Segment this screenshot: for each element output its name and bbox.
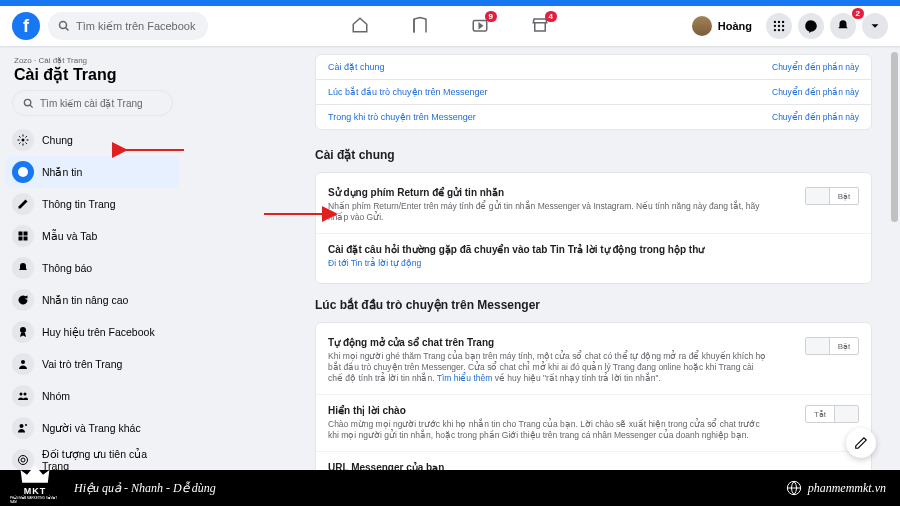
market-badge: 4 — [545, 11, 557, 22]
chat-icon — [12, 161, 34, 183]
nav-watch[interactable]: 9 — [471, 16, 489, 36]
toc-row[interactable]: Lúc bắt đầu trò chuyện trên MessengerChu… — [316, 80, 871, 105]
nav-pages[interactable] — [411, 16, 429, 36]
username[interactable]: Hoàng — [718, 20, 752, 32]
menu-button[interactable] — [766, 13, 792, 39]
nav-market[interactable]: 4 — [531, 16, 549, 36]
toggle-knob — [806, 338, 830, 354]
sidebar-item-groups[interactable]: Nhóm — [6, 380, 179, 412]
toggle-auto-open[interactable]: Bật — [805, 337, 859, 355]
toggle-greeting[interactable]: Tắt — [805, 405, 859, 423]
crown-icon — [18, 462, 52, 486]
sidebar-item-label: Nhắn tin — [42, 166, 82, 178]
svg-point-20 — [20, 393, 23, 396]
setting-faq-moved: Cài đặt câu hỏi thường gặp đã chuyển vào… — [316, 234, 871, 279]
toc-jump[interactable]: Chuyển đến phần này — [772, 62, 859, 72]
sidebar-item-page-info[interactable]: Thông tin Trang — [6, 188, 179, 220]
search-placeholder: Tìm kiếm trên Facebook — [76, 20, 195, 33]
breadcrumb[interactable]: Zozo · Cài đặt Trang — [6, 54, 179, 65]
toc-link[interactable]: Cài đặt chung — [328, 62, 385, 72]
global-search-input[interactable]: Tìm kiếm trên Facebook — [48, 12, 208, 40]
footer-tagline: Hiệu quả - Nhanh - Dễ dùng — [74, 481, 216, 496]
account-dropdown[interactable] — [862, 13, 888, 39]
mkt-logo: MKT PHẦN MỀM MARKETING SỐ VIỆT NAM — [10, 462, 60, 504]
svg-point-10 — [782, 29, 784, 31]
sidebar-item-people-pages[interactable]: Người và Trang khác — [6, 412, 179, 444]
svg-point-19 — [21, 360, 25, 364]
toggle-knob — [806, 188, 830, 204]
toc-jump[interactable]: Chuyển đến phần này — [772, 87, 859, 97]
svg-point-5 — [774, 25, 776, 27]
search-icon — [23, 98, 34, 109]
sidebar-item-label: Nhắn tin nâng cao — [42, 294, 128, 306]
sidebar-search-input[interactable]: Tìm kiếm cài đặt Trang — [12, 90, 173, 116]
scrollbar-thumb[interactable] — [891, 52, 898, 222]
svg-point-3 — [778, 21, 780, 23]
footer-banner: MKT PHẦN MỀM MARKETING SỐ VIỆT NAM Hiệu … — [0, 470, 900, 506]
facebook-logo[interactable]: f — [12, 12, 40, 40]
sidebar-item-label: Vai trò trên Trang — [42, 358, 122, 370]
toc-row[interactable]: Cài đặt chungChuyển đến phần này — [316, 55, 871, 80]
svg-rect-17 — [24, 237, 28, 241]
section-title-start-convo: Lúc bắt đầu trò chuyện trên Messenger — [315, 298, 872, 312]
toggle-label: Bật — [830, 192, 858, 201]
right-nav: Hoàng 2 — [692, 13, 888, 39]
people2-icon — [12, 417, 34, 439]
nav-home[interactable] — [351, 16, 369, 36]
footer-url: phanmemmkt.vn — [808, 481, 886, 496]
sidebar-item-label: Thông tin Trang — [42, 198, 116, 210]
sidebar-item-notifications[interactable]: Thông báo — [6, 252, 179, 284]
svg-point-9 — [778, 29, 780, 31]
setting-return-send: Sử dụng phím Return để gửi tin nhắn Nhấn… — [316, 177, 871, 234]
people-icon — [12, 385, 34, 407]
pencil-icon — [12, 193, 34, 215]
setting-heading: Sử dụng phím Return để gửi tin nhắn — [328, 187, 859, 198]
svg-rect-16 — [19, 237, 23, 241]
messenger-button[interactable] — [798, 13, 824, 39]
sidebar-item-messaging[interactable]: Nhắn tin — [6, 156, 179, 188]
annotation-arrow-sidebar — [120, 142, 186, 160]
mkt-logo-subtext: PHẦN MỀM MARKETING SỐ VIỆT NAM — [10, 496, 60, 504]
svg-point-23 — [25, 424, 27, 426]
svg-point-12 — [22, 139, 25, 142]
toggle-knob — [834, 406, 858, 422]
chat-advanced-icon — [12, 289, 34, 311]
svg-point-18 — [20, 327, 26, 333]
svg-point-0 — [60, 22, 67, 29]
svg-point-13 — [18, 167, 28, 177]
section-title-general: Cài đặt chung — [315, 148, 872, 162]
auto-reply-link[interactable]: Đi tới Tin trả lời tự động — [328, 258, 421, 268]
toggle-label: Tắt — [806, 410, 834, 419]
compose-fab[interactable] — [846, 428, 876, 458]
setting-heading: URL Messenger của bạn — [328, 462, 859, 470]
center-nav: 9 4 — [351, 16, 549, 36]
toggle-return-send[interactable]: Bật — [805, 187, 859, 205]
avatar[interactable] — [692, 16, 712, 36]
notif-badge: 2 — [852, 8, 864, 19]
svg-point-8 — [774, 29, 776, 31]
svg-rect-14 — [19, 232, 23, 236]
svg-point-6 — [778, 25, 780, 27]
setting-description: Khi mọi người ghé thăm Trang của bạn trê… — [328, 351, 859, 384]
setting-messenger-url: URL Messenger của bạn Sử dụng liên kết đ… — [316, 452, 871, 470]
sidebar-item-templates[interactable]: Mẫu và Tab — [6, 220, 179, 252]
sidebar-item-advanced-messaging[interactable]: Nhắn tin nâng cao — [6, 284, 179, 316]
sidebar-item-badges[interactable]: Huy hiệu trên Facebook — [6, 316, 179, 348]
sidebar-item-page-roles[interactable]: Vai trò trên Trang — [6, 348, 179, 380]
toc-link[interactable]: Lúc bắt đầu trò chuyện trên Messenger — [328, 87, 488, 97]
toc-link[interactable]: Trong khi trò chuyện trên Messenger — [328, 112, 476, 122]
svg-point-22 — [20, 424, 24, 428]
notifications-button[interactable]: 2 — [830, 13, 856, 39]
learn-more-link[interactable]: Tìm hiểu thêm — [437, 373, 493, 383]
bell-icon — [12, 257, 34, 279]
svg-point-11 — [24, 99, 30, 105]
setting-heading: Tự động mở cửa sổ chat trên Trang — [328, 337, 859, 348]
mkt-logo-text: MKT — [24, 486, 47, 496]
gear-icon — [12, 129, 34, 151]
sidebar-item-label: Mẫu và Tab — [42, 230, 97, 242]
person-icon — [12, 353, 34, 375]
sidebar-item-label: Nhóm — [42, 390, 70, 402]
general-settings-card: Sử dụng phím Return để gửi tin nhắn Nhấn… — [315, 172, 872, 284]
toc-jump[interactable]: Chuyển đến phần này — [772, 112, 859, 122]
toc-row[interactable]: Trong khi trò chuyện trên MessengerChuyể… — [316, 105, 871, 129]
